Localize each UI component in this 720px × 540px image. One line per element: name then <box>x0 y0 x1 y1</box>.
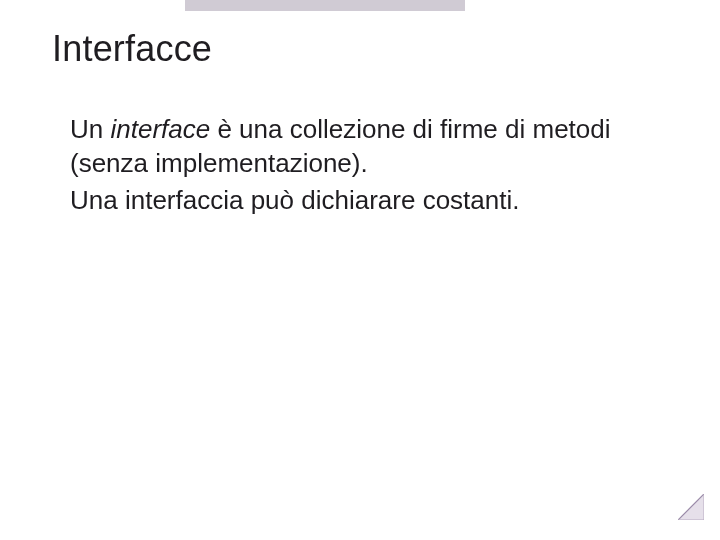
paragraph-1: Un interface è una collezione di firme d… <box>70 112 650 181</box>
paragraph-2: Una interfaccia può dichiarare costanti. <box>70 183 650 217</box>
slide-body: Un interface è una collezione di firme d… <box>52 112 680 217</box>
page-fold-icon <box>678 494 704 520</box>
slide-title: Interfacce <box>52 28 680 70</box>
slide: Interfacce Un interface è una collezione… <box>0 0 720 540</box>
text-emphasis: interface <box>110 114 210 144</box>
text-run: Un <box>70 114 110 144</box>
